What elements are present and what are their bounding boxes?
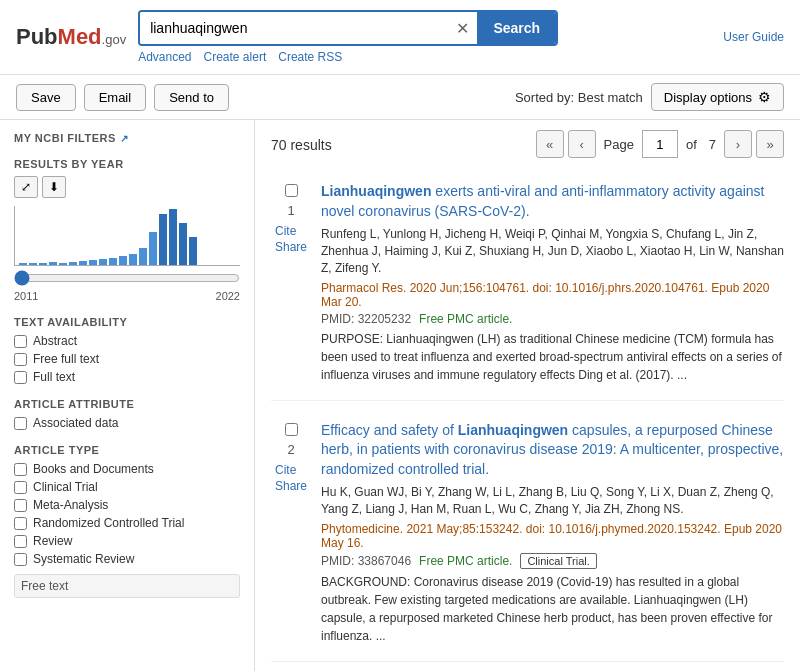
- cite-1-button[interactable]: Cite: [275, 224, 307, 238]
- result-2-pmc-badge[interactable]: Free PMC article.: [419, 554, 512, 568]
- clinical-trial-checkbox[interactable]: [14, 481, 27, 494]
- abstract-label: Abstract: [33, 334, 77, 348]
- bar-14: [159, 214, 167, 265]
- display-options-label: Display options: [664, 90, 752, 105]
- main-layout: MY NCBI FILTERS ↗ RESULTS BY YEAR ⤢ ⬇ 20…: [0, 120, 800, 671]
- article-attribute-filters: Associated data: [14, 416, 240, 430]
- gear-icon: ⚙: [758, 89, 771, 105]
- sorted-by-label: Sorted by: Best match: [515, 90, 643, 105]
- result-1-journal: Pharmacol Res. 2020 Jun;156:104761. doi:…: [321, 281, 784, 309]
- my-ncbi-filters-title: MY NCBI FILTERS ↗: [14, 132, 240, 144]
- free-full-text-label: Free full text: [33, 352, 99, 366]
- filter-full-text[interactable]: Full text: [14, 370, 240, 384]
- systematic-review-checkbox[interactable]: [14, 553, 27, 566]
- last-page-button[interactable]: »: [756, 130, 784, 158]
- result-num-col-1: 1 Cite Share: [271, 182, 311, 384]
- cite-share-1: Cite Share: [275, 224, 307, 254]
- search-bar: ✕ Search: [138, 10, 558, 46]
- bar-6: [79, 261, 87, 265]
- article-attribute-title: ARTICLE ATTRIBUTE: [14, 398, 240, 410]
- first-page-button[interactable]: «: [536, 130, 564, 158]
- logo-med: Med: [58, 24, 102, 49]
- email-button[interactable]: Email: [84, 84, 147, 111]
- meta-analysis-checkbox[interactable]: [14, 499, 27, 512]
- result-1-checkbox[interactable]: [285, 184, 298, 197]
- meta-analysis-label: Meta-Analysis: [33, 498, 108, 512]
- full-text-checkbox[interactable]: [14, 371, 27, 384]
- review-label: Review: [33, 534, 72, 548]
- result-1-abstract: PURPOSE: Lianhuaqingwen (LH) as traditio…: [321, 330, 784, 384]
- page-input[interactable]: [642, 130, 678, 158]
- text-availability-title: TEXT AVAILABILITY: [14, 316, 240, 328]
- search-input[interactable]: [140, 12, 448, 44]
- bar-10: [119, 256, 127, 265]
- filter-abstract[interactable]: Abstract: [14, 334, 240, 348]
- user-guide-link[interactable]: User Guide: [723, 30, 784, 44]
- external-link-icon[interactable]: ↗: [120, 133, 129, 144]
- bar-7: [89, 260, 97, 265]
- full-text-label: Full text: [33, 370, 75, 384]
- books-docs-checkbox[interactable]: [14, 463, 27, 476]
- year-end: 2022: [216, 290, 240, 302]
- filter-rct[interactable]: Randomized Controlled Trial: [14, 516, 240, 530]
- prev-page-button[interactable]: ‹: [568, 130, 596, 158]
- result-1-num: 1: [287, 203, 294, 218]
- result-1-authors: Runfeng L, Yunlong H, Jicheng H, Weiqi P…: [321, 226, 784, 276]
- create-rss-link[interactable]: Create RSS: [278, 50, 342, 64]
- total-pages: 7: [709, 137, 716, 152]
- filter-associated-data[interactable]: Associated data: [14, 416, 240, 430]
- year-range: 2011 2022: [14, 290, 240, 302]
- header: PubMed.gov ✕ Search Advanced Create aler…: [0, 0, 800, 75]
- bar-2: [39, 263, 47, 265]
- bar-1: [29, 263, 37, 265]
- sub-links: Advanced Create alert Create RSS: [138, 50, 578, 64]
- clear-button[interactable]: ✕: [448, 12, 477, 44]
- filter-meta-analysis[interactable]: Meta-Analysis: [14, 498, 240, 512]
- save-button[interactable]: Save: [16, 84, 76, 111]
- associated-data-checkbox[interactable]: [14, 417, 27, 430]
- result-1-title[interactable]: Lianhuaqingwen exerts anti-viral and ant…: [321, 182, 784, 221]
- bar-chart: [14, 206, 240, 266]
- share-2-button[interactable]: Share: [275, 479, 307, 493]
- send-to-button[interactable]: Send to: [154, 84, 229, 111]
- filter-books-docs[interactable]: Books and Documents: [14, 462, 240, 476]
- next-page-button[interactable]: ›: [724, 130, 752, 158]
- filter-clinical-trial[interactable]: Clinical Trial: [14, 480, 240, 494]
- cite-2-button[interactable]: Cite: [275, 463, 307, 477]
- bar-0: [19, 263, 27, 265]
- bar-5: [69, 262, 77, 265]
- article-type-filters: Books and Documents Clinical Trial Meta-…: [14, 462, 240, 566]
- bar-9: [109, 258, 117, 265]
- display-options-button[interactable]: Display options ⚙: [651, 83, 784, 111]
- filter-systematic-review[interactable]: Systematic Review: [14, 552, 240, 566]
- bar-12: [139, 248, 147, 265]
- result-2-title-before: Efficacy and safety of: [321, 422, 458, 438]
- bar-15: [169, 209, 177, 265]
- logo-pub: Pub: [16, 24, 58, 49]
- search-button[interactable]: Search: [477, 12, 556, 44]
- result-2-clinical-trial-badge: Clinical Trial.: [520, 553, 596, 569]
- download-chart-button[interactable]: ⬇: [42, 176, 66, 198]
- result-1-pmid: PMID: 32205232 Free PMC article.: [321, 312, 784, 326]
- free-full-text-checkbox[interactable]: [14, 353, 27, 366]
- filter-free-full-text[interactable]: Free full text: [14, 352, 240, 366]
- rct-checkbox[interactable]: [14, 517, 27, 530]
- filter-review[interactable]: Review: [14, 534, 240, 548]
- abstract-checkbox[interactable]: [14, 335, 27, 348]
- logo-gov: .gov: [102, 32, 127, 47]
- result-2-title[interactable]: Efficacy and safety of Lianhuaqingwen ca…: [321, 421, 784, 480]
- bar-16: [179, 223, 187, 265]
- review-checkbox[interactable]: [14, 535, 27, 548]
- share-1-button[interactable]: Share: [275, 240, 307, 254]
- advanced-link[interactable]: Advanced: [138, 50, 191, 64]
- result-2-authors: Hu K, Guan WJ, Bi Y, Zhang W, Li L, Zhan…: [321, 484, 784, 518]
- zoom-out-button[interactable]: ⤢: [14, 176, 38, 198]
- rct-label: Randomized Controlled Trial: [33, 516, 184, 530]
- result-1-pmc-badge[interactable]: Free PMC article.: [419, 312, 512, 326]
- create-alert-link[interactable]: Create alert: [204, 50, 267, 64]
- year-slider-start[interactable]: [14, 270, 240, 286]
- result-2-checkbox[interactable]: [285, 423, 298, 436]
- results-count: 70 results: [271, 137, 332, 153]
- bar-11: [129, 254, 137, 265]
- results-by-year-title: RESULTS BY YEAR: [14, 158, 240, 170]
